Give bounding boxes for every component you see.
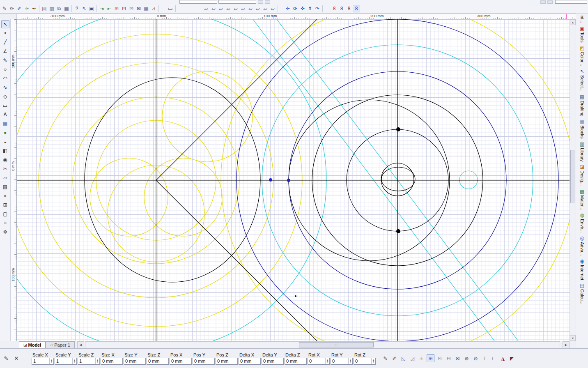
vertical-scrollbar[interactable]: ▲ ▼ bbox=[570, 19, 576, 341]
group-icon[interactable]: ⊡ bbox=[128, 5, 135, 12]
palette-tab-internet[interactable]: ◉Internet bbox=[580, 259, 585, 280]
palette-tab-blocks[interactable]: ▦Blocks bbox=[580, 119, 585, 138]
black-ellipse-left[interactable] bbox=[85, 78, 260, 282]
line-tool[interactable]: ╱ bbox=[1, 38, 9, 46]
help-icon[interactable]: ? bbox=[73, 5, 80, 12]
ruler-corner[interactable] bbox=[0, 14, 17, 19]
yellow-circle-8[interactable] bbox=[162, 71, 253, 162]
angle-icon[interactable]: ◿ bbox=[409, 354, 416, 362]
detach-icon[interactable]: ⊟ bbox=[120, 5, 128, 12]
workplane-icon-3[interactable]: ▱ bbox=[217, 5, 225, 12]
zoom-in-icon[interactable]: ⇑ bbox=[306, 5, 314, 12]
print-preview-icon[interactable]: ▥ bbox=[48, 5, 55, 12]
workplane-icon-8[interactable]: ▱ bbox=[254, 5, 262, 12]
black-ellipse-small[interactable] bbox=[381, 167, 415, 191]
rectangle-tool[interactable]: ▭ bbox=[1, 101, 9, 110]
palette-tab-mater[interactable]: ▩Mater... bbox=[580, 189, 585, 210]
field-input-scale-y[interactable]: 1▲▼ bbox=[55, 358, 77, 365]
workplane-icon-4[interactable]: ▱ bbox=[225, 5, 232, 12]
image-tool[interactable]: ▦ bbox=[1, 120, 9, 128]
field-input-rot-x[interactable]: 0▲▼ bbox=[308, 358, 330, 365]
snap-grid-icon[interactable]: ⊞ bbox=[427, 354, 434, 362]
stack-tool[interactable]: ≡ bbox=[1, 219, 9, 227]
palette-tab-color[interactable]: ◩Color... bbox=[580, 46, 585, 66]
extrude-tool[interactable]: ◒ bbox=[1, 138, 9, 146]
copy-page-icon[interactable]: ⧉ bbox=[55, 5, 63, 12]
snap-quadrant-icon[interactable]: ⊕ bbox=[463, 354, 471, 362]
ink-pen-icon[interactable]: ✒ bbox=[30, 5, 38, 12]
diagonal-lower[interactable] bbox=[156, 180, 317, 341]
spinner-down-icon[interactable]: ▼ bbox=[349, 361, 351, 363]
field-input-pos-x[interactable]: 0 mm bbox=[170, 358, 192, 365]
aerial-view-icon[interactable]: ◮ bbox=[499, 354, 507, 362]
field-input-size-y[interactable]: 0 mm bbox=[124, 358, 146, 365]
field-spinner-scale-x[interactable]: ▲▼ bbox=[49, 358, 53, 364]
vertex-dot-bottom[interactable] bbox=[396, 229, 400, 233]
tab-scroll-left-button[interactable]: ◀ bbox=[77, 341, 84, 348]
scroll-right-button[interactable]: ▶ bbox=[563, 341, 570, 348]
render-lights-icon-2[interactable]: 8 bbox=[338, 5, 345, 12]
quick-field-3[interactable] bbox=[555, 0, 587, 4]
eraser-tool[interactable]: ▱ bbox=[1, 174, 9, 182]
workplane-icon-2[interactable]: ▱ bbox=[210, 5, 217, 12]
small-dot[interactable] bbox=[295, 295, 296, 297]
toolbar-stub-icon-4[interactable] bbox=[547, 0, 553, 4]
field-input-scale-x[interactable]: 1▲▼ bbox=[32, 358, 54, 365]
spinner-down-icon[interactable]: ▼ bbox=[96, 361, 99, 363]
export-icon[interactable]: ⇤ bbox=[106, 5, 113, 12]
field-input-pos-y[interactable]: 0 mm bbox=[193, 358, 215, 365]
spinner-down-icon[interactable]: ▼ bbox=[326, 361, 328, 363]
array-tool[interactable]: ⊞ bbox=[1, 201, 9, 209]
spline-tool[interactable]: ∿ bbox=[1, 83, 9, 92]
corner-icon[interactable]: ◤ bbox=[508, 354, 516, 362]
workplane-icon-6[interactable]: ▱ bbox=[239, 5, 247, 12]
field-spinner-rot-z[interactable]: ▲▼ bbox=[371, 358, 375, 364]
edit-pencil-icon[interactable]: ✏ bbox=[8, 5, 16, 12]
field-spinner-scale-z[interactable]: ▲▼ bbox=[95, 358, 99, 364]
field-input-pos-z[interactable]: 0 mm bbox=[216, 358, 238, 365]
workplane-icon-7[interactable]: ▱ bbox=[247, 5, 254, 12]
scroll-up-button[interactable]: ▲ bbox=[570, 19, 576, 25]
quick-field-1[interactable] bbox=[179, 0, 217, 4]
array-icon[interactable]: ▦ bbox=[142, 5, 150, 12]
snap-perpendicular-icon[interactable]: ⊥ bbox=[481, 354, 489, 362]
format-icon[interactable]: ▭ bbox=[167, 5, 174, 12]
snap-vertex-icon[interactable]: ⊡ bbox=[436, 354, 443, 362]
sheet-tab-paper-1[interactable]: ▱Paper 1 bbox=[46, 341, 74, 348]
workplane-icon-1[interactable]: ▱ bbox=[202, 5, 210, 12]
import-icon[interactable]: ⇥ bbox=[98, 5, 106, 12]
knife-tool[interactable]: ✂ bbox=[1, 165, 9, 173]
workplane-icon-10[interactable]: ▱ bbox=[269, 5, 276, 12]
palette-tab-tools[interactable]: ▣Tools bbox=[580, 26, 585, 43]
select-mode-icon[interactable]: ✎ bbox=[381, 354, 389, 362]
grip-dot-2[interactable] bbox=[287, 179, 290, 182]
field-input-scale-z[interactable]: 1▲▼ bbox=[78, 358, 100, 365]
draw-order-icon[interactable]: ◺ bbox=[400, 354, 407, 362]
sphere-tool[interactable]: ● bbox=[1, 129, 9, 137]
vertical-ruler[interactable]: 100 mm0 mm100 mm bbox=[11, 19, 17, 341]
vertical-scroll-thumb[interactable] bbox=[570, 150, 575, 203]
field-spinner-scale-y[interactable]: ▲▼ bbox=[72, 358, 76, 364]
toolbar-stub-icon-3[interactable] bbox=[540, 0, 546, 4]
spinner-down-icon[interactable]: ▼ bbox=[74, 361, 76, 363]
render-lights-icon-4[interactable]: 8 bbox=[353, 5, 360, 12]
palette-tab-drafting[interactable]: ▤Drafting bbox=[580, 94, 585, 117]
drawing-canvas[interactable] bbox=[17, 19, 570, 341]
spinner-down-icon[interactable]: ▼ bbox=[51, 361, 53, 363]
field-input-rot-z[interactable]: 0▲▼ bbox=[354, 358, 376, 365]
horizontal-scrollbar[interactable]: ||| bbox=[85, 341, 560, 348]
snap-tool[interactable]: ⌖ bbox=[1, 192, 9, 200]
text-tool[interactable]: A bbox=[1, 110, 9, 119]
polygon-tool[interactable]: ◇ bbox=[1, 92, 9, 101]
palette-tab-library[interactable]: ▥Library bbox=[580, 142, 585, 162]
workplane-icon-9[interactable]: ▱ bbox=[262, 5, 269, 12]
reference-icon[interactable]: ▣ bbox=[88, 5, 95, 12]
palette-tab-adva[interactable]: ◎Adva... bbox=[580, 236, 585, 256]
field-spinner-rot-x[interactable]: ▲▼ bbox=[325, 358, 329, 364]
sketch-tool[interactable]: ✎ bbox=[1, 56, 9, 64]
ortho-icon[interactable]: ∟ bbox=[490, 354, 498, 362]
field-input-delta-y[interactable]: 0 mm bbox=[262, 358, 284, 365]
ungroup-icon[interactable]: ⊠ bbox=[135, 5, 142, 12]
snap-tangent-icon[interactable]: ⊘ bbox=[472, 354, 480, 362]
toolbar-stub-icon-1[interactable] bbox=[258, 0, 263, 4]
